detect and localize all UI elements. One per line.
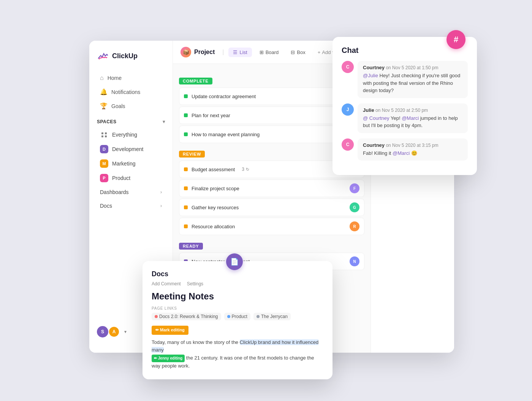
chat-avatar: J [342, 103, 354, 116]
user-dropdown-icon[interactable]: ▾ [124, 329, 127, 334]
sidebar-item-goals-label: Goals [111, 103, 125, 109]
chat-avatar: C [342, 61, 354, 73]
project-icon: 📦 [180, 47, 191, 57]
mark-editing-button[interactable]: ✏ Mark editing [152, 326, 188, 335]
chat-avatar: C [342, 138, 354, 151]
chat-timestamp: on Nov 5 2020 at 1:50 pm [386, 65, 438, 70]
sidebar-item-home[interactable]: ⌂ Home [92, 72, 169, 84]
section-header-ready: READY [179, 243, 364, 250]
docs-panel-icon[interactable]: 📄 [226, 253, 243, 270]
spaces-collapse-icon[interactable]: ▾ [163, 119, 165, 124]
task-dot [184, 113, 188, 117]
sidebar-item-notifications[interactable]: 🔔 Notifications [92, 85, 169, 99]
sidebar-item-development[interactable]: D Development [92, 142, 169, 156]
chat-message: J Julie on Nov 5 2020 at 2:50 pm @ Court… [342, 103, 468, 133]
chat-timestamp: on Nov 5 2020 at 2:50 pm [375, 108, 428, 113]
page-links: Docs 2.0: Rework & Thinking Product The … [152, 313, 323, 320]
chat-body: Courtney on Nov 5 2020 at 1:50 pm @Julie… [358, 61, 468, 98]
docs-main-title: Meeting Notes [152, 291, 323, 302]
link-dot [227, 315, 230, 318]
tab-separator: | [222, 49, 224, 56]
chat-body: Courtney on Nov 5 2020 at 3:15 pm Fab! K… [358, 138, 468, 161]
page-links-label: PAGE LINKS [152, 306, 323, 310]
chat-author: Julie [363, 107, 374, 113]
tab-list[interactable]: ☰ List [228, 48, 252, 57]
task-dot [184, 94, 188, 98]
sidebar-item-everything-label: Everything [112, 132, 137, 138]
page-link-label: Docs 2.0: Rework & Thinking [159, 314, 218, 319]
chat-text-body: Fab! Killing it [363, 150, 393, 156]
plus-icon: + [318, 49, 321, 55]
label-review: REVIEW [179, 151, 205, 158]
chat-body: Julie on Nov 5 2020 at 2:50 pm @ Courtne… [358, 103, 468, 133]
jenny-editing-button[interactable]: ✏ Jenny editing [152, 355, 185, 362]
label-ready: READY [179, 243, 203, 250]
spaces-label: Spaces [97, 119, 116, 124]
chat-meta: Courtney on Nov 5 2020 at 1:50 pm [363, 65, 462, 70]
chat-panel: # Chat C Courtney on Nov 5 2020 at 1:50 … [332, 37, 477, 175]
add-comment-button[interactable]: Add Comment [152, 281, 181, 286]
sidebar-item-marketing-label: Marketing [112, 161, 135, 167]
task-name: How to manage event planning [192, 132, 260, 137]
sidebar-dashboards-label: Dashboards [100, 189, 129, 195]
chat-text-body: Yep! [391, 115, 402, 121]
sidebar-docs-label: Docs [100, 203, 112, 209]
docs-panel: 📄 Docs Add Comment Settings Meeting Note… [142, 261, 332, 379]
docs-body-text1: Today, many of us know the story of the [152, 339, 240, 345]
task-name: Resource allocation [192, 224, 235, 229]
sidebar-item-product[interactable]: P Product [92, 171, 169, 185]
docs-text: ✏ Mark editing Today, many of us know th… [152, 326, 323, 370]
chat-meta: Julie on Nov 5 2020 at 2:50 pm [363, 107, 462, 113]
product-badge: P [100, 174, 108, 182]
avatar-user2[interactable]: A [108, 326, 120, 337]
tab-board[interactable]: ⊞ Board [255, 48, 283, 57]
sidebar-item-docs[interactable]: Docs › [92, 199, 169, 212]
home-icon: ⌂ [100, 75, 104, 81]
box-icon: ⊟ [291, 49, 295, 55]
table-row[interactable]: Gather key resources G [179, 199, 364, 216]
chat-author: Courtney [363, 65, 385, 70]
sidebar-item-dashboards[interactable]: Dashboards › [92, 186, 169, 199]
badge-count: 3 [242, 167, 244, 172]
list-item[interactable]: Product [224, 313, 250, 320]
avatar-user1[interactable]: S [97, 326, 108, 337]
avatar: N [350, 256, 359, 266]
avatar: R [350, 221, 359, 231]
project-title: Project [194, 49, 215, 56]
goals-icon: 🏆 [100, 102, 108, 110]
sidebar-item-goals[interactable]: 🏆 Goals [92, 99, 169, 113]
table-row[interactable]: Resource allocation R [179, 218, 364, 235]
list-item[interactable]: Docs 2.0: Rework & Thinking [152, 313, 221, 320]
sidebar-item-everything[interactable]: Everything [92, 128, 169, 142]
avatar: G [350, 202, 359, 212]
grid-icon [100, 130, 108, 139]
board-icon: ⊞ [260, 49, 264, 55]
mention: @Julie [363, 73, 378, 78]
tab-box[interactable]: ⊟ Box [286, 48, 310, 57]
bell-icon: 🔔 [100, 88, 108, 95]
task-name: Finalize project scope [192, 186, 239, 191]
task-dot [184, 186, 188, 190]
list-icon: ☰ [233, 49, 238, 55]
mention: @Marci [402, 115, 419, 121]
table-row[interactable]: Finalize project scope F [179, 180, 364, 197]
task-name: Plan for next year [192, 113, 230, 118]
spaces-section-header: Spaces ▾ [89, 113, 173, 127]
sidebar-item-development-label: Development [112, 146, 144, 152]
label-complete: COMPLETE [179, 78, 212, 84]
chat-meta: Courtney on Nov 5 2020 at 3:15 pm [363, 142, 462, 148]
list-item[interactable]: The Jerrycan [253, 313, 291, 320]
link-dot [256, 315, 260, 318]
sidebar-item-product-label: Product [112, 175, 130, 181]
settings-button[interactable]: Settings [187, 281, 203, 286]
chat-timestamp: on Nov 5 2020 at 3:15 pm [386, 143, 438, 148]
sidebar-item-marketing[interactable]: M Marketing [92, 157, 169, 170]
link-dot [155, 315, 158, 318]
chat-text: @ Courtney Yep! @Marci jumped in to help… [363, 115, 462, 129]
tab-board-label: Board [266, 49, 279, 55]
dashboards-expand-icon: › [160, 189, 162, 195]
chat-text: Fab! Killing it @Marci 😊 [363, 150, 462, 157]
docs-expand-icon: › [160, 203, 162, 208]
logo-area: ClickUp [89, 50, 173, 71]
task-dot [184, 167, 188, 171]
